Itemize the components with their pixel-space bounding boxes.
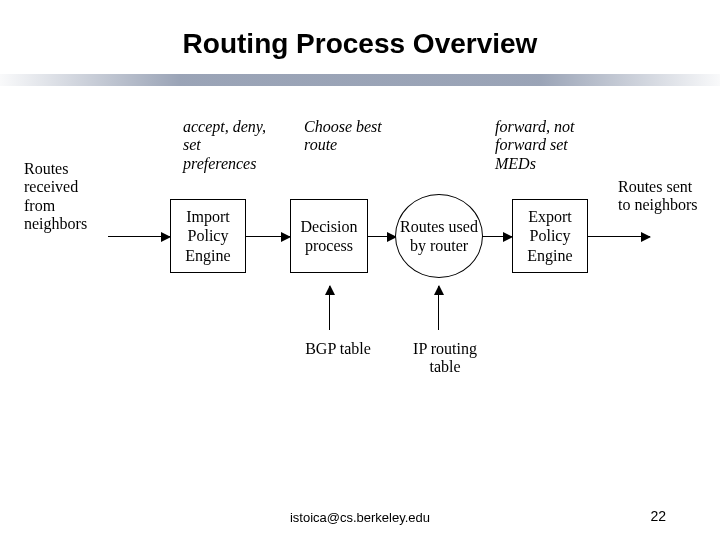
- box-export-policy-engine: Export Policy Engine: [512, 199, 588, 273]
- page-title: Routing Process Overview: [0, 0, 720, 74]
- ellipse-routes-used: Routes used by router: [395, 194, 483, 278]
- annotation-export: forward, not forward set MEDs: [495, 118, 595, 173]
- diagram-canvas: accept, deny, set preferences Choose bes…: [0, 86, 720, 486]
- box-import-policy-engine: Import Policy Engine: [170, 199, 246, 273]
- title-rule: [0, 74, 720, 86]
- arrow-ellipse-to-export: [482, 236, 512, 237]
- box-decision-process: Decision process: [290, 199, 368, 273]
- annotation-import: accept, deny, set preferences: [183, 118, 273, 173]
- annotation-decision: Choose best route: [304, 118, 394, 155]
- side-label-right: Routes sent to neighbors: [618, 178, 698, 215]
- footer-page-number: 22: [650, 508, 666, 524]
- arrow-bgp-up: [329, 286, 330, 330]
- arrow-ip-up: [438, 286, 439, 330]
- label-bgp-table: BGP table: [298, 340, 378, 358]
- arrow-decision-to-ellipse: [368, 236, 396, 237]
- arrow-import-to-decision: [246, 236, 290, 237]
- label-ip-routing-table: IP routing table: [400, 340, 490, 377]
- arrow-export-to-out: [588, 236, 650, 237]
- side-label-left: Routes received from neighbors: [24, 160, 104, 234]
- arrow-in-to-import: [108, 236, 170, 237]
- footer-email: istoica@cs.berkeley.edu: [0, 510, 720, 525]
